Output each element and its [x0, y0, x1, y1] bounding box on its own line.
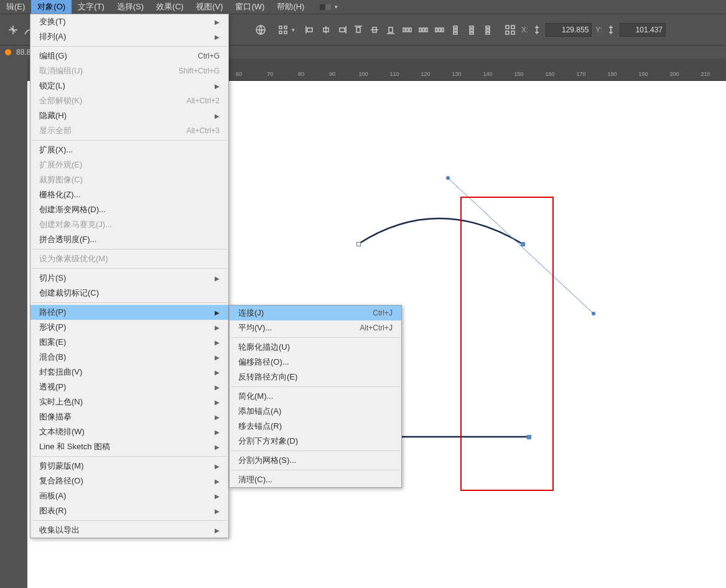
align-grid-icon[interactable]: [276, 22, 291, 37]
menubar-item[interactable]: 辑(E): [0, 0, 31, 14]
anchor-handle[interactable]: [356, 242, 361, 246]
menu-item-label: 隐藏(H): [39, 110, 67, 121]
svg-rect-27: [454, 29, 457, 31]
selection-highlight: [460, 197, 554, 491]
submenu-arrow-icon: ▶: [215, 527, 220, 534]
svg-rect-20: [419, 28, 421, 32]
submenu-arrow-icon: ▶: [215, 508, 220, 515]
menu-item[interactable]: Line 和 Sketch 图稿▶: [30, 439, 228, 454]
menu-item-label: 显示全部: [39, 125, 72, 136]
menu-item[interactable]: 连接(J)Ctrl+J: [230, 306, 401, 320]
y-input[interactable]: [620, 23, 666, 37]
distribute-v2-icon[interactable]: [464, 22, 479, 37]
direction-handle[interactable]: [446, 176, 450, 180]
menu-item[interactable]: 锁定(L)▶: [30, 78, 228, 93]
menu-item[interactable]: 隐藏(H)▶: [30, 108, 228, 123]
align-bottom-icon[interactable]: [383, 22, 398, 37]
zoom-value: 88.8: [16, 48, 30, 57]
distribute-v3-icon[interactable]: [480, 22, 495, 37]
anchor-handle[interactable]: [527, 435, 531, 439]
menu-item[interactable]: 简化(M)...: [230, 389, 401, 404]
menu-item-label: 文本绕排(W): [39, 426, 85, 437]
align-left-icon[interactable]: [302, 22, 317, 37]
menu-item[interactable]: 剪切蒙版(M)▶: [30, 459, 228, 474]
menubar-item[interactable]: 效果(C): [150, 0, 190, 14]
menu-item[interactable]: 混合(B)▶: [30, 350, 228, 365]
submenu-arrow-icon: ▶: [215, 354, 220, 361]
menu-item[interactable]: 反转路径方向(E): [230, 370, 401, 385]
menu-item[interactable]: 收集以导出▶: [30, 523, 228, 538]
menu-item[interactable]: 创建裁切标记(C): [30, 286, 228, 301]
menu-item[interactable]: 分割为网格(S)...: [230, 453, 401, 468]
align-top-icon[interactable]: [351, 22, 366, 37]
menu-item[interactable]: 添加锚点(A): [230, 404, 401, 419]
menubar-item[interactable]: 视图(V): [190, 0, 229, 14]
menu-item[interactable]: 图案(E)▶: [30, 335, 228, 350]
align-vcenter-icon[interactable]: [367, 22, 382, 37]
anchor-handle[interactable]: [521, 242, 525, 246]
chevron-down-icon[interactable]: ▾: [292, 27, 295, 33]
menu-item[interactable]: 排列(A)▶: [30, 29, 228, 44]
svg-rect-2: [284, 26, 287, 29]
align-right-icon[interactable]: [335, 22, 350, 37]
chevron-down-icon[interactable]: ▾: [335, 4, 338, 10]
menubar-item[interactable]: 帮助(H): [271, 0, 310, 14]
anchor-icon[interactable]: [6, 22, 21, 37]
menu-item[interactable]: 实时上色(N)▶: [30, 394, 228, 409]
menu-item[interactable]: 图表(R)▶: [30, 503, 228, 518]
menu-item[interactable]: 偏移路径(O)...: [230, 355, 401, 370]
menu-separator: [32, 249, 227, 250]
menu-item[interactable]: 编组(G)Ctrl+G: [30, 49, 228, 63]
menu-item[interactable]: 图像描摹▶: [30, 409, 228, 424]
menu-item[interactable]: 变换(T)▶: [30, 14, 228, 29]
ruler-tick: 190: [638, 71, 648, 77]
menu-item: 设为像素级优化(M): [30, 251, 228, 266]
distribute-v-icon[interactable]: [448, 22, 463, 37]
align-hcenter-icon[interactable]: [319, 22, 333, 37]
menubar-item[interactable]: 选择(S): [111, 0, 150, 14]
svg-rect-29: [470, 26, 473, 28]
distribute-h-icon[interactable]: [399, 22, 414, 37]
menu-item[interactable]: 清理(C)...: [230, 472, 401, 487]
menu-item[interactable]: 分割下方对象(D): [230, 434, 401, 449]
link-xy-icon[interactable]: [603, 22, 618, 37]
menu-item-label: 栅格化(Z)...: [39, 189, 80, 200]
x-input[interactable]: [546, 23, 592, 37]
menubar-item[interactable]: 文字(T): [72, 0, 111, 14]
workspace-color-icon[interactable]: [320, 4, 331, 10]
menu-item[interactable]: 文本绕排(W)▶: [30, 424, 228, 439]
ruler-tick: 180: [607, 71, 617, 77]
distribute-h2-icon[interactable]: [416, 22, 430, 37]
menu-item[interactable]: 形状(P)▶: [30, 320, 228, 335]
menu-item-label: 偏移路径(O)...: [238, 357, 289, 368]
direction-handle[interactable]: [592, 312, 595, 315]
link-xy-icon[interactable]: [529, 22, 544, 37]
globe-icon[interactable]: [253, 22, 268, 37]
menu-item[interactable]: 切片(S)▶: [30, 271, 228, 286]
menu-item[interactable]: 画板(A)▶: [30, 488, 228, 503]
menu-item[interactable]: 扩展(X)...: [30, 142, 228, 157]
ruler-tick: 100: [358, 71, 368, 77]
menu-item[interactable]: 轮廓化描边(U): [230, 340, 401, 355]
menu-shortcut: Alt+Ctrl+3: [187, 126, 220, 135]
menu-item[interactable]: 拼合透明度(F)...: [30, 232, 228, 247]
ruler-tick: 160: [545, 71, 554, 77]
menu-item[interactable]: 封套扭曲(V)▶: [30, 365, 228, 380]
menubar-item[interactable]: 窗口(W): [229, 0, 271, 14]
menu-item[interactable]: 路径(P)▶: [30, 305, 228, 320]
menu-item[interactable]: 平均(V)...Alt+Ctrl+J: [230, 320, 401, 335]
menu-item[interactable]: 创建渐变网格(D)...: [30, 202, 228, 217]
menu-item-label: 画板(A): [39, 490, 66, 502]
submenu-arrow-icon: ▶: [215, 414, 220, 421]
menu-item[interactable]: 栅格化(Z)...: [30, 187, 228, 202]
menu-item[interactable]: 透视(P)▶: [30, 380, 228, 394]
menu-item[interactable]: 复合路径(O)▶: [30, 474, 228, 488]
ruler-tick: 170: [576, 71, 585, 77]
menu-separator: [231, 450, 400, 451]
distribute-h3-icon[interactable]: [432, 22, 447, 37]
transform-icon[interactable]: [503, 22, 518, 37]
menu-item[interactable]: 移去锚点(R): [230, 419, 401, 434]
menu-separator: [231, 386, 400, 387]
menubar-item[interactable]: 对象(O): [31, 0, 72, 14]
submenu-arrow-icon: ▶: [215, 113, 220, 119]
